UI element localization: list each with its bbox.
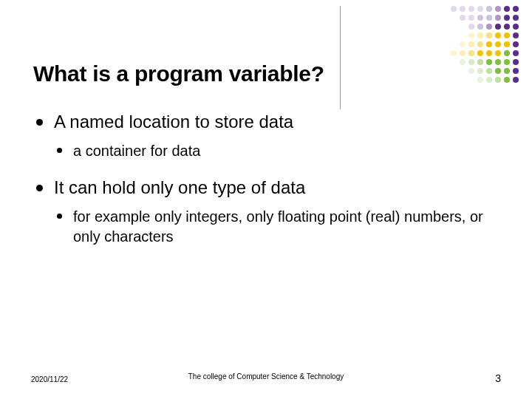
bullet-level2: a container for data (54, 141, 499, 161)
footer: 2020/11/22 The college of Computer Scien… (0, 372, 532, 384)
bullet-list: A named location to store data a contain… (33, 112, 499, 247)
bullet-text: It can hold only one type of data (54, 177, 305, 197)
decorative-dot-grid (442, 6, 520, 84)
bullet-text: A named location to store data (54, 112, 293, 132)
bullet-level2: for example only integers, only floating… (54, 207, 499, 247)
slide-title: What is a program variable? (33, 61, 499, 86)
bullet-level1: It can hold only one type of data for ex… (33, 177, 499, 247)
bullet-level1: A named location to store data a contain… (33, 112, 499, 161)
bullet-text: for example only integers, only floating… (73, 208, 483, 245)
bullet-text: a container for data (73, 143, 200, 159)
slide: What is a program variable? A named loca… (0, 0, 532, 399)
footer-org: The college of Computer Science & Techno… (0, 372, 532, 381)
vertical-rule (340, 6, 341, 109)
